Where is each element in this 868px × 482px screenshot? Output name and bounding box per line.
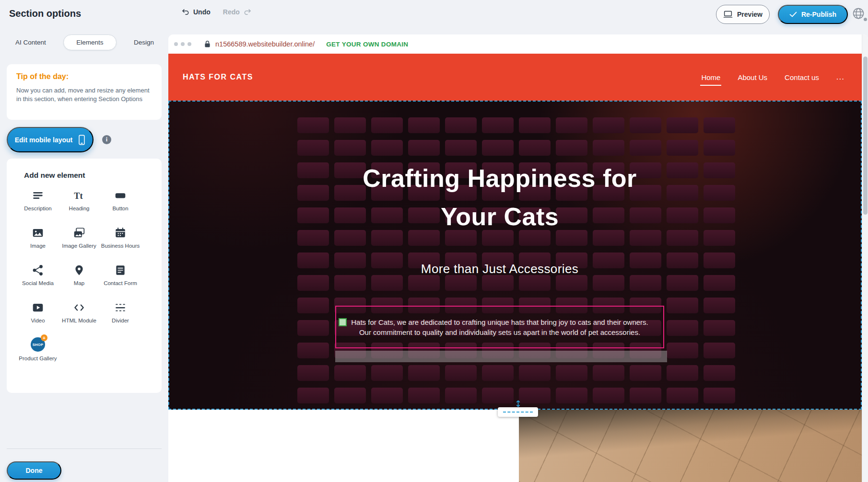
- info-icon[interactable]: i: [102, 135, 111, 144]
- hero-tile: [297, 207, 329, 223]
- sidebar: AI Content Elements Design Tip of the da…: [0, 28, 168, 482]
- hero-tile: [704, 343, 735, 358]
- html-module-icon: [73, 301, 85, 314]
- next-section: [168, 410, 862, 482]
- element-divider[interactable]: Divider: [100, 301, 141, 333]
- language-globe-icon[interactable]: [852, 7, 866, 21]
- tab-ai-content[interactable]: AI Content: [12, 34, 50, 50]
- map-pin-icon: [73, 264, 85, 276]
- resize-arrows-icon: [515, 400, 522, 407]
- element-label: Contact Form: [104, 280, 137, 287]
- browser-chrome: n1566589.websitebuilder.online/ GET YOUR…: [168, 34, 868, 54]
- nav-contact-us[interactable]: Contact us: [785, 73, 819, 81]
- element-video[interactable]: Video: [17, 301, 59, 333]
- social-media-icon: [32, 264, 44, 276]
- element-social-media[interactable]: Social Media: [17, 264, 59, 295]
- element-contact-form[interactable]: Contact Form: [100, 264, 141, 295]
- mobile-layout-row: Edit mobile layout i: [7, 127, 111, 152]
- republish-button[interactable]: Re-Publish: [778, 5, 848, 24]
- tip-title: Tip of the day:: [16, 72, 152, 81]
- element-product-gallery[interactable]: SHOP + Product Gallery: [17, 339, 59, 370]
- hero-paragraph-text: Hats for Cats, we are dedicated to craft…: [348, 317, 652, 337]
- hero-tile: [297, 388, 329, 403]
- contact-form-icon: [114, 264, 127, 276]
- hero-tile: [297, 365, 329, 381]
- hero-tile: [704, 275, 735, 291]
- site-nav: Home About Us Contact us ...: [701, 54, 845, 101]
- button-icon: [114, 189, 127, 202]
- hero-tile: [297, 275, 329, 291]
- hero-tile: [667, 185, 698, 201]
- edit-mobile-layout-label: Edit mobile layout: [15, 136, 73, 144]
- element-image-gallery[interactable]: Image Gallery: [59, 227, 100, 258]
- hero-tile: [704, 252, 735, 268]
- description-icon: [32, 189, 44, 202]
- hero-tile: [667, 365, 698, 381]
- hero-tile: [704, 365, 735, 381]
- hero-paragraph-selected[interactable]: Hats for Cats, we are dedicated to craft…: [335, 306, 664, 348]
- redo-icon: [243, 8, 252, 16]
- sidebar-divider: [7, 448, 162, 449]
- hero-tile: [704, 207, 735, 223]
- image-icon: [32, 227, 44, 239]
- tab-design[interactable]: Design: [130, 34, 158, 50]
- hero-tile: [667, 320, 698, 336]
- scrollbar[interactable]: [862, 34, 868, 482]
- hero-heading[interactable]: Crafting Happiness for Your Cats: [335, 159, 664, 236]
- hero-tile: [297, 185, 329, 201]
- element-grid: Description Tt Heading Button Image: [17, 189, 162, 370]
- site-header[interactable]: HATS FOR CATS Home About Us Contact us .…: [168, 54, 862, 101]
- section-resize-handle[interactable]: [498, 400, 538, 417]
- resize-pill: [498, 407, 538, 417]
- window-dot: [181, 42, 185, 46]
- element-button[interactable]: Button: [100, 189, 141, 220]
- window-dot: [188, 42, 191, 46]
- sidebar-tabs: AI Content Elements Design: [12, 34, 158, 50]
- hero-tile: [704, 140, 735, 156]
- preview-button[interactable]: Preview: [716, 5, 770, 24]
- business-hours-icon: [114, 227, 127, 239]
- undo-label: Undo: [193, 8, 211, 16]
- hero-tile: [704, 185, 735, 201]
- nav-more-icon[interactable]: ...: [836, 72, 845, 82]
- redo-button[interactable]: Redo: [223, 8, 252, 16]
- hero-tile: [667, 207, 698, 223]
- undo-icon: [181, 8, 190, 16]
- hero-tile: [704, 117, 735, 133]
- hero-tile: [704, 320, 735, 336]
- preview-pane: n1566589.websitebuilder.online/ GET YOUR…: [168, 28, 868, 482]
- element-label: Divider: [112, 317, 129, 324]
- check-icon: [789, 11, 797, 18]
- element-business-hours[interactable]: Business Hours: [100, 227, 141, 258]
- element-map[interactable]: Map: [59, 264, 100, 295]
- window-dot: [174, 42, 178, 46]
- site-url[interactable]: n1566589.websitebuilder.online/: [215, 40, 315, 48]
- hero-section[interactable]: Crafting Happiness for Your Cats More th…: [168, 101, 862, 410]
- hero-text-column: Crafting Happiness for Your Cats More th…: [335, 101, 664, 410]
- element-description[interactable]: Description: [17, 189, 59, 220]
- tip-of-the-day-card: Tip of the day: Now you can add, move an…: [7, 64, 162, 120]
- history-controls: Undo Redo: [181, 8, 252, 16]
- get-domain-link[interactable]: GET YOUR OWN DOMAIN: [326, 41, 408, 48]
- hero-tile: [297, 140, 329, 156]
- hero-subheading[interactable]: More than Just Accessories: [335, 262, 664, 276]
- redo-label: Redo: [223, 8, 240, 16]
- divider-icon: [114, 301, 127, 314]
- tip-body: Now you can add, move and resize any ele…: [16, 86, 152, 103]
- browser-window: n1566589.websitebuilder.online/ GET YOUR…: [168, 34, 868, 482]
- plus-badge-icon: +: [41, 334, 47, 341]
- element-html-module[interactable]: HTML Module: [59, 301, 100, 333]
- hero-tile: [667, 388, 698, 403]
- resize-handle-green[interactable]: [339, 318, 347, 326]
- element-label: Image Gallery: [62, 242, 96, 249]
- done-button[interactable]: Done: [7, 461, 61, 480]
- hero-tile: [297, 343, 329, 358]
- nav-about-us[interactable]: About Us: [738, 73, 767, 81]
- scrollbar-thumb[interactable]: [863, 57, 868, 215]
- element-heading[interactable]: Tt Heading: [59, 189, 100, 220]
- element-image[interactable]: Image: [17, 227, 59, 258]
- edit-mobile-layout-button[interactable]: Edit mobile layout: [7, 127, 94, 152]
- undo-button[interactable]: Undo: [181, 8, 211, 16]
- tab-elements[interactable]: Elements: [63, 34, 116, 50]
- nav-home[interactable]: Home: [701, 73, 720, 81]
